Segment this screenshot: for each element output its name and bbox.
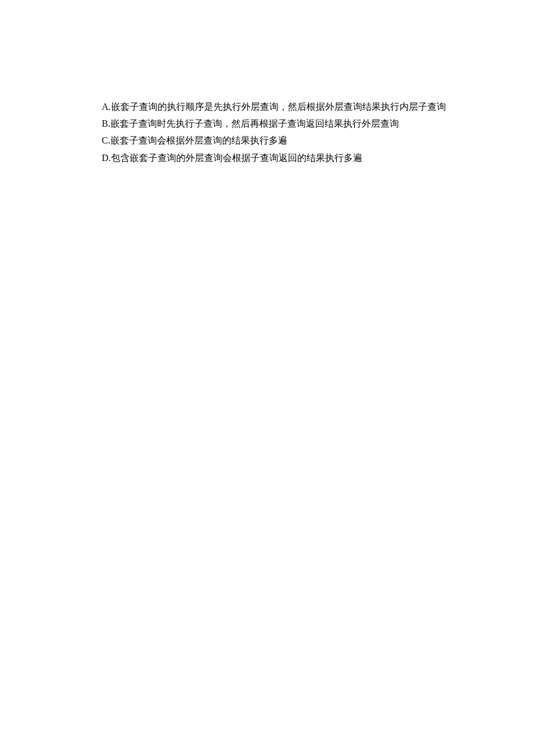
option-a: A.嵌套子查询的执行顺序是先执行外层查询，然后根据外层查询结果执行内层子查询 bbox=[102, 99, 535, 114]
option-c: C.嵌套子查询会根据外层查询的结果执行多遍 bbox=[102, 132, 535, 148]
question-options-block: A.嵌套子查询的执行顺序是先执行外层查询，然后根据外层查询结果执行内层子查询 B… bbox=[102, 99, 535, 166]
option-b: B.嵌套子查询时先执行子查询，然后再根据子查询返回结果执行外层查询 bbox=[102, 116, 535, 131]
option-a-text: A.嵌套子查询的执行顺序是先执行外层查询，然后根据外层查询结果执行内层子查询 bbox=[102, 102, 446, 112]
option-d-text: D.包含嵌套子查询的外层查询会根据子查询返回的结果执行多遍 bbox=[102, 153, 362, 163]
option-c-text: C.嵌套子查询会根据外层查询的结果执行多遍 bbox=[102, 135, 287, 145]
option-d: D.包含嵌套子查询的外层查询会根据子查询返回的结果执行多遍 bbox=[102, 150, 535, 166]
option-b-text: B.嵌套子查询时先执行子查询，然后再根据子查询返回结果执行外层查询 bbox=[102, 119, 399, 128]
